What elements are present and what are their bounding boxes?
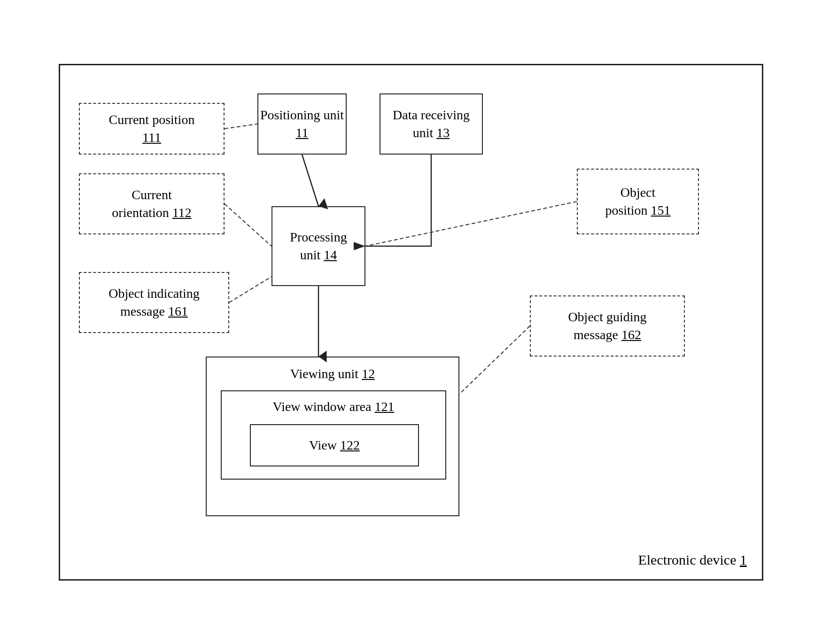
device-label: Electronic device 1: [638, 552, 747, 568]
view-window-area-number: 121: [374, 399, 394, 414]
processing-unit-number: 14: [324, 248, 337, 262]
object-guiding-message-box: Object guidingmessage 162: [530, 295, 685, 357]
svg-line-5: [225, 124, 257, 129]
view-window-area-label: View window area: [273, 399, 372, 414]
current-position-label: Current position: [109, 112, 195, 127]
svg-line-6: [225, 204, 271, 246]
view-window-area-box: View window area 121 View 122: [221, 390, 446, 480]
data-receiving-number: 13: [436, 125, 450, 140]
current-position-number: 111: [142, 130, 161, 145]
object-indicating-message-box: Object indicatingmessage 161: [79, 272, 229, 333]
object-guiding-number: 162: [621, 327, 641, 342]
data-receiving-unit-box: Data receivingunit 13: [380, 93, 483, 155]
current-orientation-label: Currentorientation: [112, 187, 171, 220]
current-orientation-box: Currentorientation 112: [79, 173, 225, 234]
view-label: View: [309, 438, 337, 452]
current-orientation-number: 112: [172, 205, 192, 220]
object-position-number: 151: [651, 203, 671, 217]
positioning-unit-box: Positioning unit 11: [257, 93, 347, 155]
device-number: 1: [740, 552, 747, 567]
viewing-unit-number: 12: [362, 366, 375, 381]
object-indicating-number: 161: [168, 304, 188, 318]
diagram-container: Positioning unit 11 Data receivingunit 1…: [59, 64, 763, 581]
viewing-unit-label: Viewing unit: [290, 366, 358, 381]
viewing-unit-box: Viewing unit 12 View window area 121 Vie…: [206, 357, 459, 516]
positioning-unit-number: 11: [296, 125, 309, 140]
object-position-label: Objectposition: [605, 185, 655, 217]
current-position-box: Current position 111: [79, 103, 225, 155]
processing-unit-label: Processingunit: [290, 230, 347, 262]
processing-unit-box: Processingunit 14: [271, 206, 365, 286]
svg-line-7: [229, 277, 271, 303]
device-text: Electronic device: [638, 552, 736, 567]
svg-line-3: [302, 155, 318, 206]
svg-line-9: [459, 326, 530, 394]
view-box: View 122: [250, 424, 419, 466]
view-number: 122: [340, 438, 360, 452]
object-position-box: Objectposition 151: [577, 169, 699, 234]
data-receiving-label: Data receivingunit: [393, 108, 470, 140]
svg-line-8: [365, 202, 577, 246]
positioning-unit-label: Positioning unit: [260, 108, 344, 122]
